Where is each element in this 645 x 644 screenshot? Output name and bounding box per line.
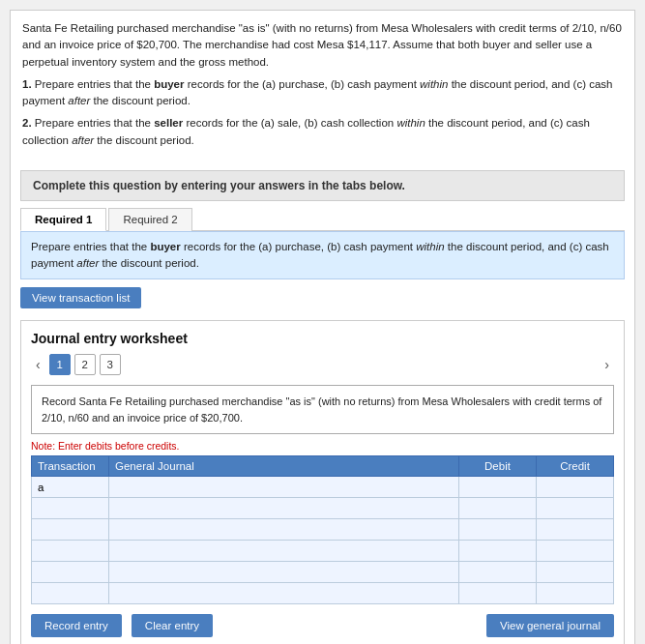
input-journal-4[interactable] [115,545,453,557]
tab-required-1-label: Required 1 [35,214,92,225]
view-transaction-list-button[interactable]: View transaction list [20,287,141,308]
page-nav: ‹ 1 2 3 › [31,354,614,375]
cell-credit-4[interactable] [537,541,614,562]
cell-transaction-2 [32,498,109,519]
record-entry-button[interactable]: Record entry [31,614,122,637]
worksheet-container: Journal entry worksheet ‹ 1 2 3 › Record… [20,320,625,644]
complete-box-text: Complete this question by entering your … [33,179,405,192]
instructions-text: Prepare entries that the buyer records f… [31,241,609,269]
cell-credit-3[interactable] [537,519,614,541]
input-credit-3[interactable] [542,524,607,536]
cell-credit-2[interactable] [537,498,614,519]
intro-item1: 1. Prepare entries that the buyer record… [22,76,623,110]
page-3-button[interactable]: 3 [100,354,121,375]
page-2-button[interactable]: 2 [74,354,96,375]
prev-page-button[interactable]: ‹ [31,355,45,374]
intro-paragraph1: Santa Fe Retailing purchased merchandise… [22,20,623,71]
view-general-journal-button[interactable]: View general journal [486,614,614,637]
input-journal-5[interactable] [115,567,453,578]
input-debit-5[interactable] [465,567,530,578]
col-header-debit: Debit [459,456,537,477]
col-header-general-journal: General Journal [109,456,459,477]
col-header-transaction: Transaction [32,456,109,477]
cell-journal-1[interactable] [109,477,459,498]
cell-journal-2[interactable] [109,498,459,519]
cell-debit-6[interactable] [459,583,537,604]
col-header-credit: Credit [537,456,614,477]
complete-box: Complete this question by entering your … [20,170,625,201]
input-credit-6[interactable] [542,588,607,600]
cell-journal-3[interactable] [109,519,459,541]
intro-item2: 2. Prepare entries that the seller recor… [22,115,623,149]
cell-debit-5[interactable] [459,562,537,583]
input-debit-4[interactable] [465,545,530,557]
input-credit-5[interactable] [542,567,607,578]
cell-debit-1[interactable] [459,477,537,498]
cell-transaction-4 [32,541,109,562]
input-journal-2[interactable] [115,503,453,514]
clear-entry-button[interactable]: Clear entry [132,614,213,637]
cell-transaction-6 [32,583,109,604]
table-row [32,519,614,541]
cell-journal-5[interactable] [109,562,459,583]
table-row [32,541,614,562]
tab-required-1[interactable]: Required 1 [20,208,106,231]
record-description: Record Santa Fe Retailing purchased merc… [31,385,614,434]
input-journal-6[interactable] [115,588,453,600]
cell-journal-6[interactable] [109,583,459,604]
next-page-button[interactable]: › [600,355,614,374]
cell-transaction-3 [32,519,109,541]
cell-debit-2[interactable] [459,498,537,519]
cell-debit-4[interactable] [459,541,537,562]
input-journal-1[interactable] [115,482,453,493]
cell-transaction-1: a [32,477,109,498]
worksheet-title: Journal entry worksheet [31,331,614,346]
input-debit-3[interactable] [465,524,530,536]
page-3-label: 3 [106,359,112,370]
instructions-box: Prepare entries that the buyer records f… [20,231,625,280]
input-debit-1[interactable] [465,482,530,493]
cell-transaction-5 [32,562,109,583]
table-row [32,562,614,583]
input-journal-3[interactable] [115,524,453,536]
tab-required-2[interactable]: Required 2 [108,208,191,231]
table-row [32,498,614,519]
input-debit-6[interactable] [465,588,530,600]
input-debit-2[interactable] [465,503,530,514]
tabs-bar: Required 1 Required 2 [20,207,625,231]
page-container: Santa Fe Retailing purchased merchandise… [10,10,635,644]
page-1-button[interactable]: 1 [49,354,71,375]
cell-credit-6[interactable] [537,583,614,604]
cell-credit-5[interactable] [537,562,614,583]
input-credit-1[interactable] [542,482,607,493]
action-buttons: Record entry Clear entry View general jo… [31,614,614,637]
input-credit-4[interactable] [542,545,607,557]
cell-journal-4[interactable] [109,541,459,562]
table-row [32,583,614,604]
intro-section: Santa Fe Retailing purchased merchandise… [11,11,634,164]
cell-debit-3[interactable] [459,519,537,541]
table-row: a [32,477,614,498]
page-2-label: 2 [81,359,87,370]
tab-required-2-label: Required 2 [123,214,177,225]
journal-table: Transaction General Journal Debit Credit… [31,455,614,604]
input-credit-2[interactable] [542,503,607,514]
page-1-label: 1 [56,359,62,370]
note-text: Note: Enter debits before credits. [31,440,614,452]
cell-credit-1[interactable] [537,477,614,498]
